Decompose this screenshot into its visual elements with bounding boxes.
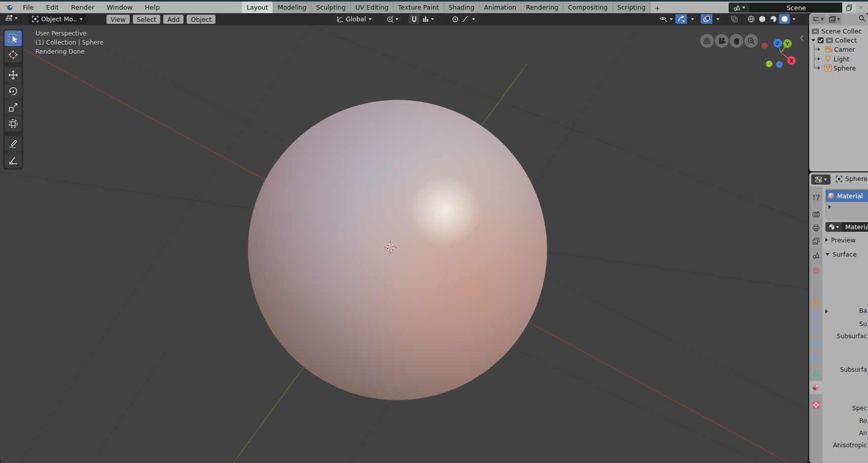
menu-select[interactable]: Select bbox=[133, 15, 161, 24]
new-scene-button[interactable] bbox=[843, 3, 856, 13]
tab-modeling[interactable]: Modeling bbox=[273, 2, 312, 13]
outliner-search-button[interactable] bbox=[858, 15, 866, 24]
xray-toggle[interactable] bbox=[728, 14, 740, 24]
shading-solid-button[interactable] bbox=[756, 15, 768, 23]
outliner-display-mode-button[interactable] bbox=[827, 15, 842, 24]
zoom-view-button[interactable] bbox=[744, 34, 758, 48]
menu-add[interactable]: Add bbox=[163, 15, 184, 24]
pivot-point-dropdown[interactable] bbox=[383, 14, 402, 24]
tab-output[interactable] bbox=[809, 221, 822, 234]
tab-world[interactable] bbox=[809, 264, 822, 277]
overlays-toggle[interactable] bbox=[701, 14, 712, 24]
unlink-scene-icon[interactable]: ✕ bbox=[856, 4, 866, 11]
tab-texture[interactable] bbox=[809, 398, 822, 411]
tab-render[interactable] bbox=[809, 208, 822, 221]
sphere-object[interactable] bbox=[248, 100, 547, 400]
grid-view-button[interactable] bbox=[700, 34, 714, 48]
tab-particles[interactable] bbox=[809, 323, 822, 336]
outliner-row-light[interactable]: Light bbox=[812, 54, 868, 63]
tab-material[interactable] bbox=[809, 381, 822, 394]
material-name-field[interactable]: Material bbox=[842, 222, 868, 232]
shading-dropdown[interactable] bbox=[790, 18, 798, 20]
tab-physics[interactable] bbox=[809, 337, 822, 350]
mode-dropdown[interactable]: Object Mo.. bbox=[28, 14, 86, 24]
tab-animation[interactable]: Animation bbox=[480, 2, 522, 13]
material-slot-list[interactable]: Material bbox=[825, 189, 868, 219]
checkbox-checked-icon[interactable] bbox=[817, 37, 824, 44]
material-slot-selected[interactable]: Material bbox=[826, 190, 868, 202]
shading-wireframe-button[interactable] bbox=[745, 15, 756, 23]
axis-neg-y-ball[interactable] bbox=[766, 61, 773, 67]
tool-select-box[interactable] bbox=[5, 30, 22, 46]
tool-cursor[interactable] bbox=[5, 47, 22, 62]
outliner-row-camera[interactable]: Camer bbox=[812, 45, 868, 54]
menu-view[interactable]: View bbox=[106, 15, 130, 24]
outliner-row-sphere[interactable]: Sphere bbox=[812, 63, 868, 73]
show-hide-dropdown[interactable] bbox=[658, 15, 674, 23]
proportional-editing-icon[interactable] bbox=[452, 16, 459, 23]
tab-rendering[interactable]: Rendering bbox=[521, 2, 563, 13]
tab-layout[interactable]: Layout bbox=[242, 2, 273, 13]
tool-transform[interactable] bbox=[5, 116, 22, 131]
tab-constraints[interactable] bbox=[809, 351, 822, 365]
material-preview-icon bbox=[770, 15, 777, 23]
chevron-down-icon bbox=[80, 18, 83, 20]
tool-rotate[interactable] bbox=[5, 83, 22, 99]
tab-scripting[interactable]: Scripting bbox=[613, 2, 651, 13]
add-workspace-button[interactable]: + bbox=[650, 4, 664, 13]
viewport-canvas[interactable]: User Perspective (1) Collection | Sphere… bbox=[0, 25, 808, 463]
browse-material-button[interactable] bbox=[825, 222, 842, 232]
panel-preview[interactable]: Preview bbox=[822, 235, 868, 244]
tab-uv-editing[interactable]: UV Editing bbox=[351, 2, 393, 13]
axis-neg-x-ball[interactable] bbox=[762, 43, 768, 49]
menu-render[interactable]: Render bbox=[65, 2, 100, 13]
tool-annotate[interactable] bbox=[5, 136, 22, 152]
menu-object[interactable]: Object bbox=[187, 15, 215, 24]
tab-shading[interactable]: Shading bbox=[444, 2, 480, 13]
expand-arrow-icon[interactable] bbox=[811, 39, 815, 42]
tab-object-data[interactable] bbox=[809, 367, 822, 380]
tab-object[interactable] bbox=[809, 296, 822, 309]
tab-modifiers[interactable] bbox=[809, 310, 822, 323]
tab-scene[interactable] bbox=[809, 248, 822, 262]
overlays-dropdown[interactable] bbox=[713, 14, 722, 24]
scene-datablock-button[interactable] bbox=[729, 3, 750, 13]
outliner-editor-type-button[interactable] bbox=[811, 15, 825, 24]
axis-neg-z-ball[interactable] bbox=[776, 61, 783, 68]
panel-surface[interactable]: Surface bbox=[822, 250, 868, 259]
shading-rendered-button[interactable] bbox=[779, 14, 790, 24]
menu-edit[interactable]: Edit bbox=[40, 2, 65, 13]
base-color-expand-icon[interactable] bbox=[825, 309, 828, 313]
outliner-row-collection[interactable]: Collect bbox=[810, 35, 868, 45]
transform-orientation-dropdown[interactable]: Global bbox=[333, 14, 375, 24]
sidebar-collapse-arrow[interactable] bbox=[799, 34, 805, 42]
blender-logo-icon[interactable] bbox=[0, 3, 17, 13]
menu-window[interactable]: Window bbox=[100, 2, 138, 13]
tab-view-layer[interactable] bbox=[809, 234, 822, 247]
snap-to-dropdown[interactable] bbox=[420, 16, 437, 22]
tab-texture-paint[interactable]: Texture Paint bbox=[393, 2, 444, 13]
properties-panel[interactable]: Sphere bbox=[809, 172, 868, 463]
axis-navigation-gizmo[interactable]: Z Y X bbox=[758, 35, 805, 72]
slot-specials-arrow-icon[interactable] bbox=[828, 205, 831, 209]
menu-file[interactable]: File bbox=[17, 2, 40, 13]
tool-scale[interactable] bbox=[5, 99, 22, 115]
tab-compositing[interactable]: Compositing bbox=[563, 2, 612, 13]
shading-material-button[interactable] bbox=[768, 15, 779, 23]
camera-view-button[interactable] bbox=[715, 34, 729, 48]
falloff-curve-icon[interactable] bbox=[462, 16, 469, 22]
tab-tool[interactable] bbox=[809, 191, 822, 204]
gizmos-dropdown[interactable] bbox=[688, 14, 697, 24]
snap-toggle[interactable] bbox=[409, 14, 420, 24]
editor-type-button[interactable] bbox=[4, 14, 18, 22]
gizmos-toggle[interactable] bbox=[675, 14, 687, 24]
outliner-panel[interactable]: Scene Collec Collect bbox=[809, 25, 868, 171]
menu-help[interactable]: Help bbox=[139, 2, 166, 13]
outliner-row-scene-collection[interactable]: Scene Collec bbox=[811, 26, 868, 35]
scene-name-field[interactable]: Scene bbox=[750, 3, 842, 13]
tool-move[interactable] bbox=[5, 67, 22, 83]
tab-sculpting[interactable]: Sculpting bbox=[312, 2, 351, 13]
pan-view-button[interactable] bbox=[730, 34, 743, 48]
display-mode-icon bbox=[829, 16, 836, 23]
tool-measure[interactable] bbox=[5, 152, 22, 168]
